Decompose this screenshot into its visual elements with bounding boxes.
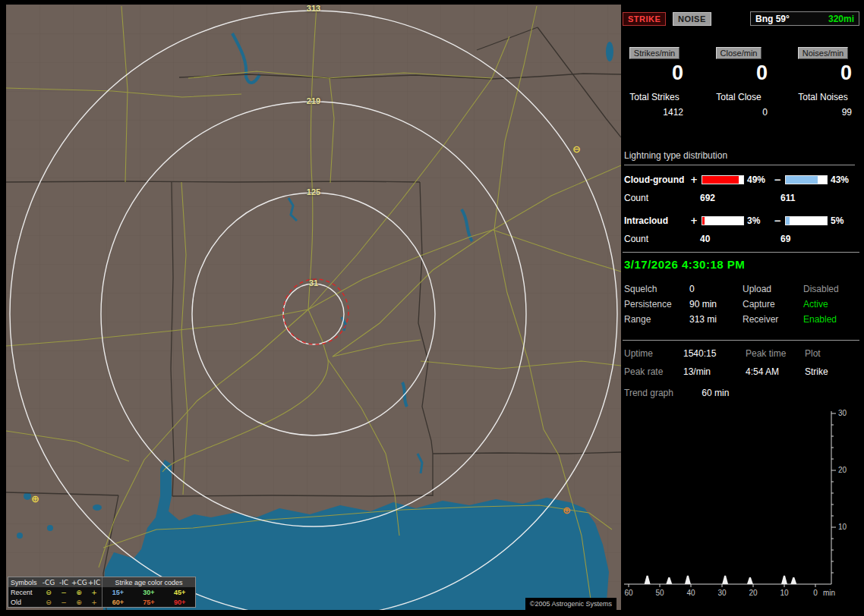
cg-negative-bar <box>785 175 828 184</box>
noises-per-min-button[interactable]: Noises/min <box>798 47 848 59</box>
capture-label: Capture <box>743 299 803 310</box>
intracloud-label: Intracloud <box>624 215 689 226</box>
capture-status: Active <box>803 299 858 310</box>
strike-toggle-button[interactable]: STRIKE <box>623 12 666 26</box>
cg-positive-bar-fill <box>702 176 739 184</box>
trend-graph-label: Trend graph <box>624 388 673 398</box>
uptime-value: 1540:15 <box>683 348 746 359</box>
noises-per-min-value: 0 <box>791 61 855 87</box>
range-ring-label: 125 <box>6 187 621 196</box>
strikes-per-min-value: 0 <box>623 61 686 87</box>
cg-positive-pct: 49% <box>747 174 773 185</box>
strike-symbol-icon: + <box>87 589 102 596</box>
strikes-per-min-button[interactable]: Strikes/min <box>629 47 680 59</box>
trend-spike <box>722 576 728 584</box>
count-label: Count <box>624 193 700 203</box>
lightning-map[interactable]: 313 219 125 31 ⊖⊕⊕ Symbols-CG-IC+CG+ICSt… <box>6 5 621 610</box>
strikes-rate-column: Strikes/min 0 Total Strikes 1412 <box>623 47 686 118</box>
squelch-label: Squelch <box>624 284 689 294</box>
svg-text:30: 30 <box>838 409 847 417</box>
map-legend: Symbols-CG-IC+CG+ICStrike age color code… <box>8 577 196 608</box>
trend-graph-chart: 1020306050403020100min <box>623 407 864 611</box>
strike-symbol-icon: ⊖ <box>41 599 56 606</box>
legend-row-label: Old <box>8 599 41 606</box>
persistence-label: Persistence <box>624 299 689 310</box>
receiver-status: Enabled <box>803 314 858 325</box>
svg-text:30: 30 <box>717 589 727 597</box>
age-color-code: 60+ <box>108 599 128 606</box>
legend-symbols-title: Symbols <box>8 579 41 586</box>
total-strikes-value: 1412 <box>623 107 686 118</box>
cg-negative-count: 611 <box>780 193 795 203</box>
svg-text:10: 10 <box>780 589 789 597</box>
peak-rate-label: Peak rate <box>624 366 683 377</box>
total-close-label: Total Close <box>707 92 771 102</box>
strike-symbol-icon: + <box>87 599 102 606</box>
strike-symbol-icon: − <box>56 589 71 596</box>
cg-negative-bar-fill <box>786 176 818 184</box>
cg-negative-pct: 43% <box>831 174 856 185</box>
range-ring-label: 313 <box>6 5 621 13</box>
age-color-code: 75+ <box>138 599 159 606</box>
bearing-range: 320mi <box>828 14 854 24</box>
ic-negative-count: 69 <box>780 234 790 244</box>
cg-count-row: Count 692 611 <box>624 193 861 203</box>
svg-text:20: 20 <box>749 589 758 597</box>
ic-count-row: Count 40 69 <box>624 234 861 244</box>
cloud-ground-row: Cloud-ground + 49% − 43% <box>624 174 861 185</box>
ic-positive-count: 40 <box>700 234 780 244</box>
uptime-label: Uptime <box>624 348 683 359</box>
ic-negative-pct: 5% <box>831 215 856 226</box>
legend-col-header: -IC <box>56 579 71 586</box>
bearing-label: Bng 59° <box>755 14 790 24</box>
trend-spike <box>685 576 691 584</box>
status-panel: STRIKE NOISE Bng 59° 320mi Strikes/min 0… <box>623 0 864 616</box>
svg-text:50: 50 <box>655 589 664 597</box>
close-per-min-value: 0 <box>707 61 771 87</box>
peak-time-label: Peak time <box>746 348 805 359</box>
legend-age-title: Strike age color codes <box>102 579 195 586</box>
copyright-text: ©2005 Astrogenic Systems <box>525 598 616 610</box>
svg-text:20: 20 <box>838 466 847 474</box>
svg-text:min: min <box>823 589 835 597</box>
total-strikes-label: Total Strikes <box>623 92 686 102</box>
age-color-code: 45+ <box>169 589 190 596</box>
svg-text:60: 60 <box>624 589 633 597</box>
range-ring-label: 31 <box>6 278 621 288</box>
count-label: Count <box>624 234 700 244</box>
age-color-code: 30+ <box>138 589 159 596</box>
trend-graph-header: Trend graph 60 min <box>624 388 729 398</box>
lightning-distribution-section: Lightning type distribution Cloud-ground… <box>623 150 861 244</box>
strike-symbol-icon: ⊕ <box>71 589 87 596</box>
trend-spike <box>747 577 753 584</box>
range-value: 313 mi <box>689 314 743 325</box>
plus-sign: + <box>689 174 698 185</box>
cg-positive-bar <box>702 175 744 184</box>
legend-col-header: -CG <box>41 579 56 586</box>
ic-negative-bar-fill <box>786 217 790 225</box>
stats-section: Uptime 1540:15 Peak time Plot Peak rate … <box>623 340 859 377</box>
trend-spike <box>645 576 651 584</box>
strike-symbol-icon: − <box>56 599 71 606</box>
legend-row-label: Recent <box>8 589 41 596</box>
trend-window-value: 60 min <box>702 388 729 398</box>
ic-positive-pct: 3% <box>747 215 773 226</box>
cloud-ground-label: Cloud-ground <box>624 174 689 185</box>
age-color-code: 15+ <box>108 589 128 596</box>
noise-toggle-button[interactable]: NOISE <box>673 12 711 26</box>
squelch-value: 0 <box>689 284 743 294</box>
legend-col-header: +IC <box>87 579 102 586</box>
age-color-code: 90+ <box>169 599 190 606</box>
trend-spike <box>790 577 796 584</box>
trend-spike <box>781 576 787 584</box>
cg-positive-count: 692 <box>700 193 780 203</box>
datetime-section: 3/17/2026 4:30:18 PM <box>623 252 859 271</box>
range-label: Range <box>624 314 689 325</box>
plot-value: Strike <box>805 366 859 377</box>
close-per-min-button[interactable]: Close/min <box>716 47 762 59</box>
strike-symbol-icon: ⊖ <box>41 589 56 596</box>
nexstorm-window: 313 219 125 31 ⊖⊕⊕ Symbols-CG-IC+CG+ICSt… <box>0 0 864 616</box>
persistence-value: 90 min <box>689 299 743 310</box>
trend-spike <box>666 577 672 584</box>
distribution-title: Lightning type distribution <box>624 150 855 165</box>
